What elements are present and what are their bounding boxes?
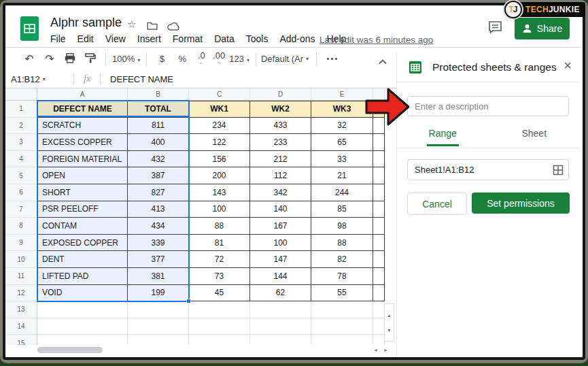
menu-add-ons[interactable]: Add-ons [279, 33, 315, 44]
cell-B13[interactable] [128, 301, 189, 318]
cell-D1[interactable]: WK2 [250, 101, 311, 118]
cell-F10[interactable] [373, 251, 385, 268]
cell-F13[interactable] [373, 301, 385, 318]
cell-B5[interactable]: 387 [128, 167, 189, 184]
cell-D12[interactable]: 62 [250, 285, 311, 302]
range-input[interactable] [407, 159, 569, 180]
name-box[interactable]: A1:B12▾ [5, 74, 73, 84]
row-header-11[interactable]: 11 [5, 268, 37, 285]
cell-F14[interactable] [373, 318, 385, 335]
cell-C3[interactable]: 122 [189, 134, 250, 151]
cell-F7[interactable] [373, 201, 385, 218]
cell-A10[interactable]: DENT [37, 251, 128, 268]
cell-B1[interactable]: TOTAL [128, 101, 189, 118]
cell-A2[interactable]: SCRATCH [37, 118, 128, 135]
cell-A13[interactable] [37, 301, 128, 318]
column-header-A[interactable]: A [37, 88, 128, 101]
row-header-4[interactable]: 4 [5, 151, 37, 168]
cell-D6[interactable]: 342 [250, 184, 311, 201]
share-button[interactable]: Share [515, 18, 570, 39]
cell-A9[interactable]: EXPOSED COPPER [37, 235, 128, 252]
cell-D4[interactable]: 212 [250, 151, 311, 168]
row-header-9[interactable]: 9 [5, 235, 37, 252]
menu-format[interactable]: Format [173, 33, 203, 44]
cell-C4[interactable]: 156 [189, 151, 250, 168]
menu-edit[interactable]: Edit [77, 33, 94, 44]
horizontal-scroll-arrows[interactable]: ◂▸ [367, 346, 394, 354]
cell-F3[interactable] [373, 134, 385, 151]
row-header-1[interactable]: 1 [5, 101, 37, 118]
set-permissions-button[interactable]: Set permissions [472, 193, 570, 214]
cell-E10[interactable]: 82 [311, 251, 373, 268]
cell-C12[interactable]: 45 [189, 285, 250, 302]
cell-B14[interactable] [128, 318, 189, 335]
row-header-13[interactable]: 13 [5, 301, 37, 318]
cell-B12[interactable]: 199 [128, 285, 189, 302]
cell-A11[interactable]: LIFTED PAD [37, 268, 128, 285]
cell-B8[interactable]: 434 [128, 218, 189, 235]
fill-handle[interactable] [186, 299, 191, 303]
cell-E8[interactable]: 98 [311, 218, 373, 235]
cell-E9[interactable]: 88 [311, 235, 373, 252]
comment-icon[interactable] [488, 20, 503, 37]
cell-E7[interactable]: 85 [311, 201, 373, 218]
cell-E14[interactable] [311, 318, 373, 335]
menu-insert[interactable]: Insert [137, 33, 161, 44]
cell-D9[interactable]: 100 [250, 235, 311, 252]
close-icon[interactable]: × [564, 58, 572, 73]
cell-A3[interactable]: EXCESS COPPER [37, 134, 128, 151]
column-header-C[interactable]: C [189, 88, 250, 101]
cell-A1[interactable]: DEFECT NAME [37, 101, 128, 118]
cell-E13[interactable] [311, 301, 373, 318]
row-header-7[interactable]: 7 [5, 201, 37, 218]
document-title[interactable]: Alphr sample [50, 16, 122, 30]
select-data-range-icon[interactable] [553, 165, 564, 178]
row-header-14[interactable]: 14 [5, 318, 37, 335]
cell-A7[interactable]: PSR PEELOFF [37, 201, 128, 218]
font-select[interactable]: Default (Ari…▾ [261, 54, 311, 64]
cell-C10[interactable]: 72 [189, 251, 250, 268]
more-formats-button[interactable]: 123▾ [228, 54, 251, 64]
cell-C14[interactable] [189, 318, 250, 335]
more-toolbar-options-button[interactable] [327, 58, 337, 60]
cell-F8[interactable] [373, 218, 385, 235]
cell-D10[interactable]: 147 [250, 251, 311, 268]
row-header-12[interactable]: 12 [5, 285, 37, 302]
cell-A14[interactable] [37, 318, 128, 335]
cell-D5[interactable]: 112 [250, 167, 311, 184]
cell-F11[interactable] [373, 268, 385, 285]
cell-C5[interactable]: 200 [189, 167, 250, 184]
cell-D14[interactable] [250, 318, 311, 335]
menu-file[interactable]: File [50, 33, 66, 44]
star-icon[interactable]: ☆ [127, 18, 136, 31]
row-header-8[interactable]: 8 [5, 218, 37, 235]
google-sheets-logo-icon[interactable] [20, 16, 39, 44]
row-header-3[interactable]: 3 [5, 134, 37, 151]
cell-B7[interactable]: 413 [128, 201, 189, 218]
print-button[interactable] [60, 53, 80, 65]
cell-B11[interactable]: 381 [128, 268, 189, 285]
cell-B3[interactable]: 400 [128, 134, 189, 151]
format-currency-button[interactable]: $ [152, 54, 172, 64]
cell-A4[interactable]: FOREIGN MATERIAL [37, 151, 128, 168]
cell-B6[interactable]: 827 [128, 184, 189, 201]
cell-C6[interactable]: 143 [189, 184, 250, 201]
menu-view[interactable]: View [105, 33, 126, 44]
vertical-scroll-arrows[interactable]: ▲▼ [384, 303, 394, 342]
cell-D13[interactable] [250, 301, 311, 318]
cell-E3[interactable]: 65 [311, 134, 373, 151]
cell-F5[interactable] [373, 167, 385, 184]
cell-B4[interactable]: 432 [128, 151, 189, 168]
cell-D11[interactable]: 144 [250, 268, 311, 285]
cell-B10[interactable]: 377 [128, 251, 189, 268]
folder-icon[interactable] [147, 20, 158, 33]
menu-data[interactable]: Data [214, 33, 235, 44]
cancel-button[interactable]: Cancel [407, 193, 467, 215]
formula-bar-value[interactable]: DEFECT NAME [110, 74, 173, 84]
decrease-decimal-button[interactable]: .0← [192, 52, 210, 66]
column-header-D[interactable]: D [250, 88, 311, 101]
cell-F6[interactable] [373, 184, 385, 201]
cell-C8[interactable]: 88 [189, 218, 250, 235]
cell-F9[interactable] [373, 235, 385, 252]
horizontal-scrollbar-thumb[interactable] [37, 347, 103, 353]
